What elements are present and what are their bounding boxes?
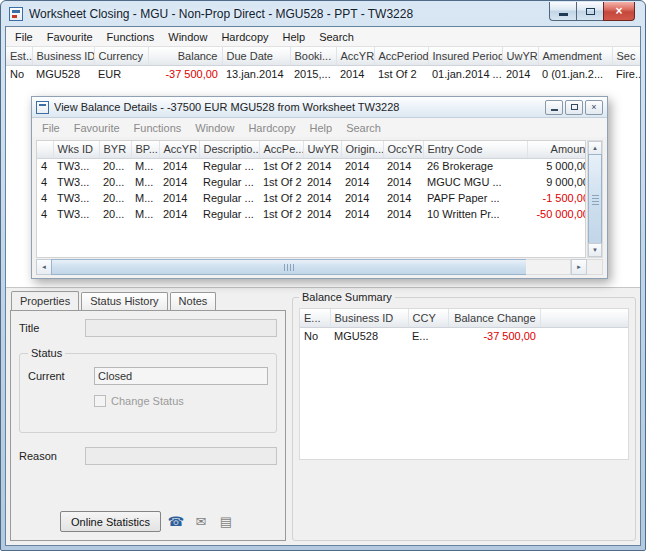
dialog-close-button[interactable]: × xyxy=(585,100,603,115)
balance-details-table-area: Wks IDBYRBP...AccYRDescriptio...AccPe...… xyxy=(36,140,586,258)
menu-item[interactable]: File xyxy=(8,28,40,46)
table-cell: TW3... xyxy=(53,206,99,222)
column-header[interactable]: UwYR xyxy=(502,47,538,65)
online-statistics-button[interactable]: Online Statistics xyxy=(60,511,161,532)
close-icon: × xyxy=(591,102,596,112)
table-cell: 0 (01.jan.2... xyxy=(538,65,612,82)
column-header[interactable]: Sec xyxy=(612,47,640,65)
table-cell: 2014 xyxy=(383,206,423,222)
current-status-field[interactable] xyxy=(94,367,268,385)
table-cell: TW3... xyxy=(53,174,99,190)
horizontal-scrollbar-thumb[interactable] xyxy=(51,259,527,275)
dialog-menu-item[interactable]: Hardcopy xyxy=(241,120,302,136)
column-header[interactable]: Origin... xyxy=(341,141,383,158)
dialog-menu-item[interactable]: Search xyxy=(339,120,388,136)
dialog-titlebar[interactable]: View Balance Details - -37500 EUR MGU528… xyxy=(32,97,607,118)
close-button[interactable]: × xyxy=(603,2,635,21)
menu-item[interactable]: Hardcopy xyxy=(214,28,275,46)
minimize-button[interactable] xyxy=(549,2,577,21)
column-header[interactable]: Wks ID xyxy=(53,141,99,158)
balance-details-table: Wks IDBYRBP...AccYRDescriptio...AccPe...… xyxy=(37,141,586,222)
phone-icon[interactable]: ☎ xyxy=(166,512,186,532)
column-header[interactable]: Insured Period xyxy=(428,47,502,65)
table-row[interactable]: 4TW3...20...M...2014Regular ...1st Of 22… xyxy=(37,206,586,222)
main-menubar: FileFavouriteFunctionsWindowHardcopyHelp… xyxy=(6,27,640,47)
column-header[interactable]: Business ID xyxy=(330,309,408,327)
table-cell: M... xyxy=(131,206,159,222)
table-cell: Regular ... xyxy=(199,190,259,206)
table-cell: 1st Of 2 xyxy=(259,174,303,190)
table-cell: 10 Written Pr... xyxy=(423,206,527,222)
column-header[interactable]: AccPe... xyxy=(259,141,303,158)
column-header[interactable]: Booki... xyxy=(290,47,336,65)
table-row[interactable]: NoMGU528E...-37 500,00 xyxy=(300,327,628,344)
table-cell: 2014 xyxy=(159,206,199,222)
table-cell: 20... xyxy=(99,206,131,222)
column-header[interactable]: Est... xyxy=(6,47,32,65)
column-header[interactable]: E... xyxy=(300,309,330,327)
properties-panel: Properties Status History Notes Title St… xyxy=(10,291,286,541)
column-header[interactable]: OccYR xyxy=(383,141,423,158)
table-row[interactable]: 4TW3...20...M...2014Regular ...1st Of 22… xyxy=(37,158,586,174)
column-header[interactable]: BYR xyxy=(99,141,131,158)
dialog-menu-item[interactable]: Help xyxy=(303,120,340,136)
scroll-right-icon[interactable]: ► xyxy=(571,259,587,275)
table-cell: 2014 xyxy=(341,158,383,174)
column-header[interactable]: Amount xyxy=(527,141,586,158)
dialog-menu-item[interactable]: Functions xyxy=(127,120,189,136)
column-header[interactable]: Entry Code xyxy=(423,141,527,158)
column-header[interactable] xyxy=(37,141,53,158)
table-row[interactable]: NoMGU528EUR-37 500,0013.jan.20142015,...… xyxy=(6,65,640,82)
column-header[interactable]: Currency xyxy=(94,47,148,65)
menu-item[interactable]: Functions xyxy=(100,28,162,46)
table-cell: 2014 xyxy=(303,206,341,222)
document-icon[interactable]: ▤ xyxy=(216,512,236,532)
properties-tab-panel: Title Status Current Change Status xyxy=(10,310,286,541)
column-header[interactable]: Balance Change xyxy=(448,309,540,327)
column-header[interactable]: BP... xyxy=(131,141,159,158)
tab-properties[interactable]: Properties xyxy=(11,291,79,310)
menu-item[interactable]: Help xyxy=(276,28,313,46)
scroll-up-icon[interactable]: ▲ xyxy=(588,141,602,155)
column-header[interactable]: UwYR xyxy=(303,141,341,158)
column-header[interactable]: Business ID xyxy=(32,47,94,65)
column-header[interactable]: CCY xyxy=(408,309,448,327)
title-label: Title xyxy=(19,322,85,334)
column-header[interactable]: AccYR xyxy=(336,47,374,65)
menu-item[interactable]: Favourite xyxy=(40,28,100,46)
column-header[interactable]: Amendment xyxy=(538,47,612,65)
change-status-checkbox xyxy=(94,395,106,407)
table-cell: -1 500,00 xyxy=(527,190,586,206)
dialog-menu-item[interactable]: Window xyxy=(188,120,241,136)
table-cell: 2014 xyxy=(159,174,199,190)
scroll-left-icon[interactable]: ◄ xyxy=(36,259,52,275)
mail-icon[interactable]: ✉ xyxy=(191,512,211,532)
maximize-button[interactable] xyxy=(576,2,604,21)
table-cell: 4 xyxy=(37,190,53,206)
vertical-scrollbar-thumb[interactable] xyxy=(588,154,602,244)
vertical-scrollbar[interactable]: ▲ ▼ xyxy=(587,140,603,258)
column-header[interactable]: AccPeriod xyxy=(374,47,428,65)
scroll-down-icon[interactable]: ▼ xyxy=(588,243,602,257)
tab-status-history[interactable]: Status History xyxy=(81,292,167,311)
column-header[interactable]: AccYR xyxy=(159,141,199,158)
balance-summary-table: E...Business IDCCYBalance ChangeNoMGU528… xyxy=(300,309,628,344)
scrollbar-track[interactable] xyxy=(526,259,571,275)
dialog-menu-item[interactable]: Favourite xyxy=(67,120,127,136)
horizontal-scrollbar[interactable]: ◄ ► xyxy=(36,259,603,275)
table-row[interactable]: 4TW3...20...M...2014Regular ...1st Of 22… xyxy=(37,174,586,190)
column-header[interactable]: Balance xyxy=(148,47,222,65)
menu-item[interactable]: Search xyxy=(312,28,361,46)
dialog-maximize-button[interactable] xyxy=(565,100,583,115)
current-label: Current xyxy=(28,370,94,382)
table-cell: 1st Of 2 xyxy=(259,158,303,174)
table-row[interactable]: 4TW3...20...M...2014Regular ...1st Of 22… xyxy=(37,190,586,206)
dialog-minimize-button[interactable] xyxy=(545,100,563,115)
tab-notes[interactable]: Notes xyxy=(170,292,217,311)
caption-buttons: × xyxy=(550,2,635,21)
column-header[interactable]: Due Date xyxy=(222,47,290,65)
menu-item[interactable]: Window xyxy=(161,28,214,46)
table-cell: 1st Of 2 xyxy=(374,65,428,82)
dialog-menu-item[interactable]: File xyxy=(35,120,67,136)
column-header[interactable]: Descriptio... xyxy=(199,141,259,158)
